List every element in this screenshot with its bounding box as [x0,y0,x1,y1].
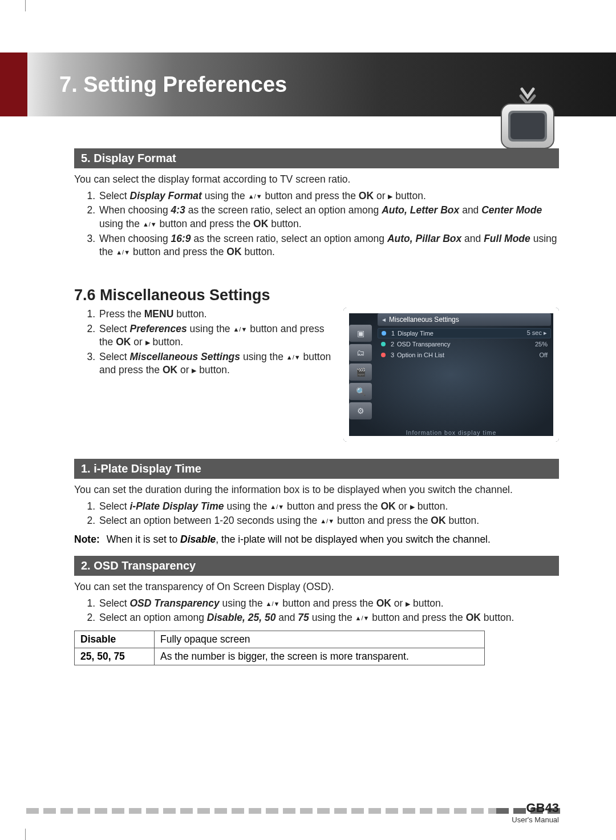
table-key: Disable [75,631,155,648]
table-row: Disable Fully opaque screen [75,631,485,648]
misc-steps: Press the MENU button. Select Preference… [74,308,333,377]
osd-steps: Select OSD Transparency using the ▲/▼ bu… [74,597,559,625]
svg-rect-2 [510,113,545,139]
shot-row: 3Option in CH ListOff [378,350,551,360]
step: Select an option among Disable, 25, 50 a… [98,611,559,625]
section-heading-iplate: 1. i-Plate Display Time [74,459,559,479]
shot-rows: 1Display Time5 sec ▸ 2OSD Transparency25… [378,328,551,360]
misc-two-col: Press the MENU button. Select Preference… [74,308,559,442]
table-row: 25, 50, 75 As the number is bigger, the … [75,648,485,665]
step: Select Miscellaneous Settings using the … [98,350,333,377]
content-area: 5. Display Format You can select the dis… [74,148,559,665]
osd-intro: You can set the transparency of On Scree… [74,580,559,593]
shot-side-icon: 🔍 [349,383,372,400]
step: When choosing 4:3 as the screen ratio, s… [98,204,559,231]
header-accent [0,52,27,116]
shot-footer: Information box display time [343,429,559,436]
step: Select an option between 1-20 seconds us… [98,514,559,528]
subchapter-heading-misc: 7.6 Miscellaneous Settings [74,286,559,304]
note-text: When it is set to Disable, the i-plate w… [107,534,491,546]
display-format-steps: Select Display Format using the ▲/▼ butt… [74,189,559,259]
shot-row: 2OSD Transparency25% [378,339,551,349]
shot-row: 1Display Time5 sec ▸ [378,328,551,338]
table-val: Fully opaque screen [155,631,485,648]
iplate-intro: You can set the duration during the info… [74,483,559,496]
step: Select OSD Transparency using the ▲/▼ bu… [98,597,559,611]
section-heading-display-format: 5. Display Format [74,148,559,168]
misc-screenshot: ▣ 🗂 🎬 🔍 ⚙ Miscellaneous Settings 1Displa… [343,308,559,442]
page: 7. Setting Preferences 5. Display Format… [0,0,616,840]
step: Select Preferences using the ▲/▼ button … [98,322,333,349]
display-format-intro: You can select the display format accord… [74,173,559,186]
footer-decoration [26,808,496,814]
osd-table: Disable Fully opaque screen 25, 50, 75 A… [74,631,485,665]
iplate-note: Note: When it is set to Disable, the i-p… [74,534,559,546]
step: Select i-Plate Display Time using the ▲/… [98,500,559,514]
chapter-header: 7. Setting Preferences [0,52,616,116]
step: When choosing 16:9 as the screen ratio, … [98,232,559,259]
table-val: As the number is bigger, the screen is m… [155,648,485,665]
shot-title: Miscellaneous Settings [378,313,551,326]
shot-sidebar: ▣ 🗂 🎬 🔍 ⚙ [349,325,372,419]
page-number: GB43 [512,801,559,815]
chapter-title: 7. Setting Preferences [59,72,287,97]
page-footer: GB43 User's Manual [512,801,559,824]
step: Press the MENU button. [98,308,333,321]
section-heading-osd: 2. OSD Transparency [74,556,559,576]
footer-sub: User's Manual [512,815,559,824]
note-label: Note: [74,534,100,546]
shot-side-icon: 🎬 [349,364,372,381]
shot-side-icon: 🗂 [349,344,372,361]
table-key: 25, 50, 75 [75,648,155,665]
shot-side-icon: ▣ [349,325,372,342]
iplate-steps: Select i-Plate Display Time using the ▲/… [74,500,559,528]
shot-side-icon: ⚙ [349,402,372,419]
step: Select Display Format using the ▲/▼ butt… [98,189,559,203]
